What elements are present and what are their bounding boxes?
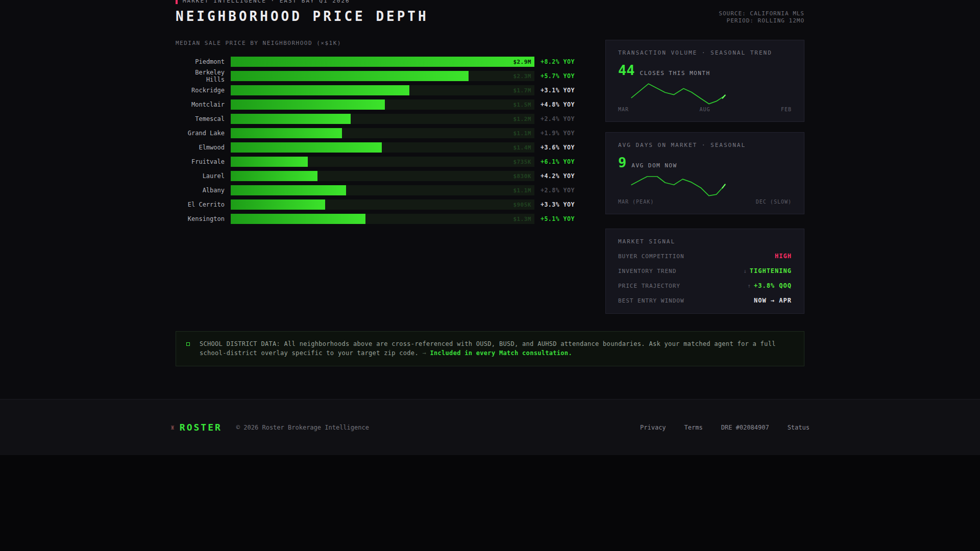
- page-title: NEIGHBORHOOD PRICE DEPTH: [176, 9, 429, 24]
- signal-value: ↑+3.8% QOQ: [747, 282, 792, 289]
- panel-title: MARKET SIGNAL: [618, 238, 792, 245]
- bar: [231, 114, 351, 124]
- arrow-right-icon: →: [422, 349, 426, 357]
- bar-value: $1.1M: [513, 130, 531, 137]
- chart-row: Grand Lake $1.1M +1.9% YOY: [176, 126, 568, 140]
- source-block: SOURCE: CALIFORNIA MLS PERIOD: ROLLING 1…: [719, 10, 804, 24]
- bar-value: $1.5M: [513, 102, 531, 108]
- chart-row: Piedmont $2.9M +8.2% YOY: [176, 55, 568, 69]
- days-on-market-panel: AVG DAYS ON MARKET · SEASONAL 9 AVG DOM …: [605, 132, 804, 214]
- report-header: MARKET INTELLIGENCE · EAST BAY Q1 2026 N…: [176, 0, 804, 24]
- eyebrow-label: MARKET INTELLIGENCE · EAST BAY Q1 2026: [183, 0, 350, 4]
- bar: [231, 199, 325, 210]
- bar-value: $1.1M: [513, 187, 531, 194]
- chart-row: Montclair $1.5M +4.8% YOY: [176, 97, 568, 112]
- row-label: Elmwood: [176, 144, 225, 151]
- market-signal-panel: MARKET SIGNAL BUYER COMPETITION HIGH INV…: [605, 229, 804, 314]
- yoy-badge: +3.3% YOY: [541, 201, 575, 208]
- bar: [231, 85, 409, 95]
- yoy-badge: +3.6% YOY: [541, 144, 575, 151]
- bar: [231, 57, 534, 67]
- row-label: Laurel: [176, 172, 225, 180]
- site-footer: ♜ ROSTER © 2026 Roster Brokerage Intelli…: [0, 399, 980, 455]
- bar: [231, 99, 385, 110]
- bar-track: $1.2M: [231, 114, 534, 124]
- bar: [231, 157, 308, 167]
- axis-tick: MAR: [618, 107, 629, 112]
- dom-count: 9: [618, 155, 626, 170]
- bar-track: $1.1M: [231, 185, 534, 195]
- chart-row: Elmwood $1.4M +3.6% YOY: [176, 140, 568, 155]
- chart-row: Albany $1.1M +2.8% YOY: [176, 183, 568, 197]
- bar-value: $735K: [513, 159, 531, 165]
- roster-logo[interactable]: ROSTER: [180, 422, 222, 433]
- signal-label: PRICE TRAJECTORY: [618, 283, 680, 289]
- yoy-badge: +4.2% YOY: [541, 172, 575, 180]
- bar-track: $1.4M: [231, 142, 534, 153]
- signal-value: ↓TIGHTENING: [743, 267, 792, 274]
- bar-value: $1.7M: [513, 87, 531, 94]
- axis-tick: DEC (SLOW): [756, 199, 792, 205]
- chart-row: Laurel $830K +4.2% YOY: [176, 169, 568, 183]
- row-label: Rockridge: [176, 87, 225, 94]
- bar-track: $1.5M: [231, 99, 534, 110]
- bar: [231, 142, 382, 153]
- bar-value: $2.3M: [513, 73, 531, 80]
- signal-label: BUYER COMPETITION: [618, 253, 684, 260]
- bar-value: $1.3M: [513, 216, 531, 222]
- chart-row: Berkeley Hills $2.3M +5.7% YOY: [176, 69, 568, 83]
- volume-sparkline: [618, 81, 793, 106]
- square-bullet-icon: [186, 342, 190, 346]
- chart-title: MEDIAN SALE PRICE BY NEIGHBORHOOD (×$1K): [176, 40, 568, 46]
- panel-title: TRANSACTION VOLUME · SEASONAL TREND: [618, 49, 792, 56]
- eyebrow: MARKET INTELLIGENCE · EAST BAY Q1 2026: [176, 0, 429, 4]
- row-label: Fruitvale: [176, 158, 225, 165]
- signal-row: PRICE TRAJECTORY ↑+3.8% QOQ: [618, 282, 792, 289]
- yoy-badge: +6.1% YOY: [541, 158, 575, 165]
- accent-bar: [176, 0, 178, 4]
- privacy-link[interactable]: Privacy: [640, 424, 666, 431]
- row-label: Albany: [176, 187, 225, 194]
- axis-tick: MAR (PEAK): [618, 199, 654, 205]
- status-link[interactable]: Status: [788, 424, 810, 431]
- row-label: Montclair: [176, 101, 225, 108]
- chart-row: Rockridge $1.7M +3.1% YOY: [176, 83, 568, 97]
- chart-row: El Cerrito $905K +3.3% YOY: [176, 197, 568, 212]
- bar-value: $1.4M: [513, 144, 531, 151]
- row-label: Kensington: [176, 215, 225, 222]
- bar-track: $1.1M: [231, 128, 534, 138]
- bar: [231, 71, 469, 81]
- bar-track: $735K: [231, 157, 534, 167]
- signal-row: INVENTORY TREND ↓TIGHTENING: [618, 267, 792, 274]
- row-label: Berkeley Hills: [176, 69, 225, 83]
- page: MARKET INTELLIGENCE · EAST BAY Q1 2026 N…: [0, 0, 980, 455]
- dre-number: DRE #02084907: [721, 424, 769, 431]
- row-label: Grand Lake: [176, 130, 225, 137]
- bar-track: $2.9M: [231, 57, 534, 67]
- bar-value: $830K: [513, 173, 531, 180]
- signal-value: HIGH: [772, 253, 792, 260]
- price-depth-chart: MEDIAN SALE PRICE BY NEIGHBORHOOD (×$1K)…: [176, 40, 568, 314]
- yoy-badge: +2.8% YOY: [541, 187, 575, 194]
- yoy-badge: +3.1% YOY: [541, 87, 575, 94]
- note-link[interactable]: Included in every Match consultation.: [430, 349, 572, 357]
- bar: [231, 171, 317, 181]
- school-district-note: SCHOOL DISTRICT DATA: All neighborhoods …: [176, 331, 804, 366]
- row-label: Piedmont: [176, 58, 225, 65]
- panel-title: AVG DAYS ON MARKET · SEASONAL: [618, 142, 792, 148]
- bar: [231, 128, 342, 138]
- axis-tick: FEB: [781, 107, 792, 112]
- period-label: PERIOD: ROLLING 12MO: [719, 17, 804, 24]
- arrow-down-icon: ↓: [743, 268, 747, 274]
- signal-row: BEST ENTRY WINDOW NOW → APR: [618, 297, 792, 304]
- note-text: SCHOOL DISTRICT DATA: All neighborhoods …: [200, 340, 787, 358]
- row-label: El Cerrito: [176, 201, 225, 208]
- bar-track: $905K: [231, 199, 534, 210]
- chart-row: Fruitvale $735K +6.1% YOY: [176, 155, 568, 169]
- chart-row: Kensington $1.3M +5.1% YOY: [176, 212, 568, 226]
- bar-track: $1.7M: [231, 85, 534, 95]
- copyright: © 2026 Roster Brokerage Intelligence: [236, 424, 369, 431]
- terms-link[interactable]: Terms: [684, 424, 703, 431]
- bar-track: $2.3M: [231, 71, 534, 81]
- axis-tick: AUG: [699, 107, 710, 112]
